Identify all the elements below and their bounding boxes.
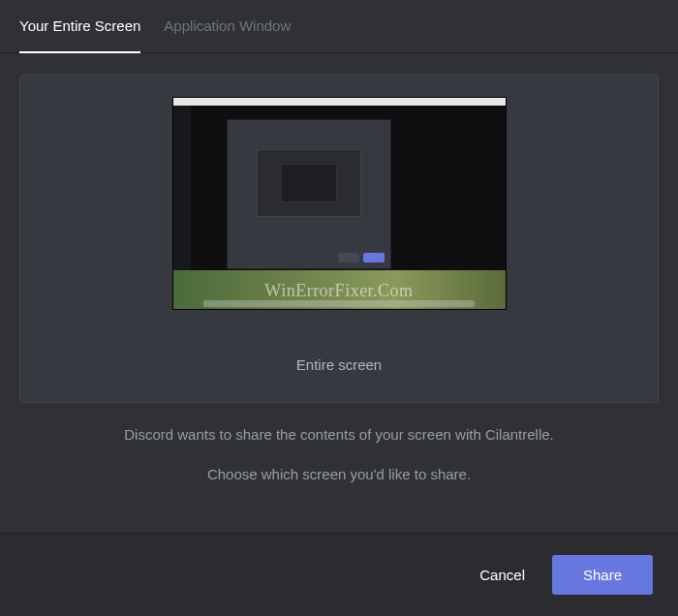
share-button[interactable]: Share	[552, 555, 653, 595]
tab-application-window[interactable]: Application Window	[164, 17, 291, 52]
screen-label: Entire screen	[296, 356, 382, 373]
dialog-footer: Cancel Share	[0, 533, 678, 616]
inner-modal-preview	[227, 119, 391, 269]
content-area: WinErrorFixer.Com Entire screen Discord …	[0, 53, 678, 533]
menubar-preview	[173, 98, 506, 106]
inner-modal-thumb	[257, 149, 361, 217]
inner-share-icon	[363, 253, 385, 262]
tab-entire-screen[interactable]: Your Entire Screen	[19, 17, 140, 53]
screen-share-dialog: Your Entire Screen Application Window	[0, 0, 678, 616]
inner-modal-thumb-nested	[281, 164, 337, 202]
inner-cancel-icon	[338, 253, 359, 262]
screen-thumbnail: WinErrorFixer.Com	[172, 97, 507, 310]
dock-preview	[203, 300, 475, 307]
watermark-text: WinErrorFixer.Com	[264, 281, 413, 301]
info-line-2: Choose which screen you'd like to share.	[19, 464, 659, 484]
screen-option-entire[interactable]: WinErrorFixer.Com Entire screen	[19, 75, 659, 403]
inner-modal-footer	[338, 253, 385, 262]
tabs: Your Entire Screen Application Window	[0, 0, 678, 53]
cancel-button[interactable]: Cancel	[479, 567, 525, 583]
info-text: Discord wants to share the contents of y…	[19, 424, 659, 484]
inner-app-preview	[173, 106, 506, 270]
info-line-1: Discord wants to share the contents of y…	[19, 424, 659, 445]
inner-sidebar-preview	[173, 106, 191, 270]
